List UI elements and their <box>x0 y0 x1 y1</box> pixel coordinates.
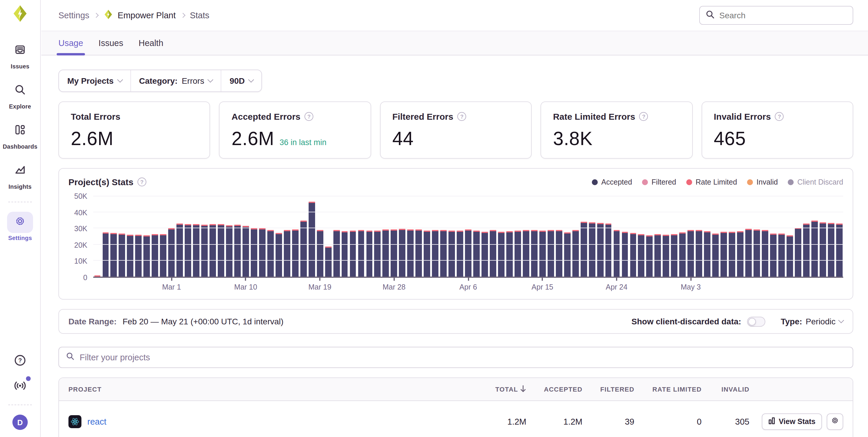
view-stats-button[interactable]: View Stats <box>762 413 822 430</box>
chart-bar[interactable] <box>250 196 258 277</box>
chart-bar[interactable] <box>786 196 794 277</box>
chart-bar[interactable] <box>637 196 646 277</box>
chart-bar[interactable] <box>365 196 374 277</box>
tab-issues[interactable]: Issues <box>98 31 123 55</box>
help-button[interactable]: ? <box>13 354 27 369</box>
chart-bar[interactable] <box>464 196 472 277</box>
chart-bar[interactable] <box>777 196 786 277</box>
chart-bar[interactable] <box>110 196 118 277</box>
client-discard-toggle[interactable] <box>747 316 765 327</box>
period-filter-dropdown[interactable]: 90D <box>221 70 261 92</box>
chart-bar[interactable] <box>489 196 497 277</box>
column-header-rate-limited[interactable]: RATE LIMITED <box>634 386 702 393</box>
chart-bar[interactable] <box>316 196 324 277</box>
chart-bar[interactable] <box>390 196 398 277</box>
global-search[interactable] <box>699 6 853 25</box>
breadcrumb-organization[interactable]: Empower Plant <box>103 9 176 21</box>
chart-bar[interactable] <box>93 196 101 277</box>
chart-bar[interactable] <box>514 196 522 277</box>
chart-bar[interactable] <box>382 196 390 277</box>
chart-bar[interactable] <box>588 196 596 277</box>
chart-bar[interactable] <box>407 196 415 277</box>
chart-bar[interactable] <box>134 196 143 277</box>
chart-bar[interactable] <box>184 196 192 277</box>
chart-bar[interactable] <box>711 196 720 277</box>
chart-bar[interactable] <box>835 196 843 277</box>
chart-bar[interactable] <box>604 196 613 277</box>
chart-bar[interactable] <box>101 196 110 277</box>
chart-bar[interactable] <box>167 196 176 277</box>
sidebar-item-explore[interactable]: Explore <box>7 80 33 110</box>
chart-bar[interactable] <box>802 196 810 277</box>
help-circle-icon[interactable]: ? <box>639 112 648 121</box>
chart-bar[interactable] <box>234 196 242 277</box>
chart-bar[interactable] <box>126 196 134 277</box>
chart-bar[interactable] <box>563 196 571 277</box>
chart-bar[interactable] <box>225 196 234 277</box>
project-filter-box[interactable] <box>58 347 853 368</box>
chart-bar[interactable] <box>819 196 827 277</box>
column-header-total[interactable]: TOTAL <box>461 385 526 393</box>
chart-bar[interactable] <box>415 196 423 277</box>
chart-bar[interactable] <box>621 196 629 277</box>
chart-bar[interactable] <box>827 196 835 277</box>
chart-bar[interactable] <box>769 196 777 277</box>
chart-bar[interactable] <box>472 196 480 277</box>
chart-bar[interactable] <box>736 196 744 277</box>
chart-bar[interactable] <box>580 196 588 277</box>
legend-invalid[interactable]: Invalid <box>747 178 778 186</box>
chart-bar[interactable] <box>613 196 621 277</box>
help-circle-icon[interactable]: ? <box>775 112 784 121</box>
chart-bar[interactable] <box>374 196 382 277</box>
chart-bar[interactable] <box>456 196 464 277</box>
chart-bar[interactable] <box>431 196 439 277</box>
chart-bar[interactable] <box>687 196 695 277</box>
chart-bar[interactable] <box>192 196 200 277</box>
sidebar-item-insights[interactable]: Insights <box>7 160 33 190</box>
help-circle-icon[interactable]: ? <box>305 112 313 121</box>
chart-bar[interactable] <box>307 196 316 277</box>
chart-bar[interactable] <box>480 196 489 277</box>
chart-bar[interactable] <box>447 196 456 277</box>
chart-bar[interactable] <box>143 196 151 277</box>
legend-filtered[interactable]: Filtered <box>642 178 676 186</box>
chart-bar[interactable] <box>439 196 447 277</box>
chart-bar[interactable] <box>654 196 662 277</box>
chart-bar[interactable] <box>497 196 505 277</box>
chart-bar[interactable] <box>283 196 291 277</box>
chart-bar[interactable] <box>398 196 407 277</box>
projects-filter-dropdown[interactable]: My Projects <box>59 70 130 92</box>
user-avatar[interactable]: D <box>12 414 28 430</box>
chart-bar[interactable] <box>555 196 563 277</box>
chart-bar[interactable] <box>258 196 267 277</box>
chart-bar[interactable] <box>547 196 555 277</box>
org-logo-icon[interactable] <box>11 5 29 25</box>
chart-bar[interactable] <box>299 196 307 277</box>
chart-bar[interactable] <box>761 196 769 277</box>
chart-bar[interactable] <box>332 196 340 277</box>
chart-bar[interactable] <box>267 196 275 277</box>
help-circle-icon[interactable]: ? <box>137 177 146 187</box>
sidebar-item-issues[interactable]: Issues <box>7 40 33 70</box>
project-link[interactable]: react <box>87 417 106 426</box>
chart-bar[interactable] <box>522 196 530 277</box>
chart-bar[interactable] <box>679 196 687 277</box>
chart-bar[interactable] <box>794 196 802 277</box>
chart-bar[interactable] <box>596 196 604 277</box>
chart-bar[interactable] <box>662 196 670 277</box>
sidebar-item-dashboards[interactable]: Dashboards <box>3 120 37 150</box>
chart-bar[interactable] <box>629 196 637 277</box>
chart-bar[interactable] <box>530 196 538 277</box>
chart-bar[interactable] <box>159 196 167 277</box>
chart-bar[interactable] <box>695 196 703 277</box>
category-filter-dropdown[interactable]: Category: Errors <box>130 70 221 92</box>
chart-bar[interactable] <box>151 196 159 277</box>
chart-bar[interactable] <box>176 196 184 277</box>
project-filter-input[interactable] <box>80 353 845 362</box>
help-circle-icon[interactable]: ? <box>457 112 466 121</box>
chart-bar[interactable] <box>703 196 711 277</box>
chart-bar[interactable] <box>538 196 547 277</box>
breadcrumb-stats[interactable]: Stats <box>190 11 209 20</box>
chart-bar[interactable] <box>291 196 300 277</box>
chart-bar[interactable] <box>200 196 209 277</box>
